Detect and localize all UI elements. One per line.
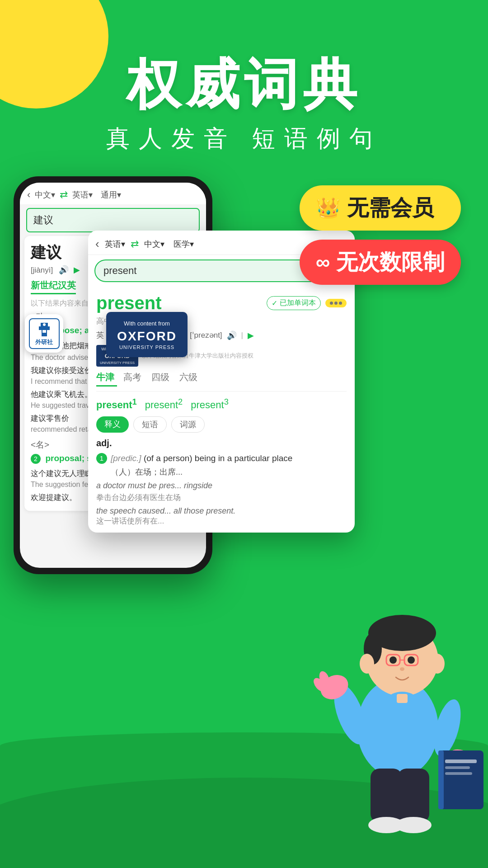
- us-play-icon[interactable]: ▶: [248, 330, 254, 340]
- card2-ex1-en: a doctor must be pres... ringside: [96, 481, 347, 491]
- sub-title: 真人发音 短语例句: [0, 123, 488, 155]
- card2-actions: ✓ 已加单词本: [267, 296, 347, 310]
- svg-rect-4: [44, 330, 46, 333]
- card2-tabs: 牛津 高考 四级 六级: [96, 371, 347, 392]
- card2-word: present: [96, 293, 162, 313]
- variant1[interactable]: present1: [96, 397, 137, 411]
- card2-def-en: (of a person) being in a particular plac…: [144, 453, 293, 463]
- svg-rect-3: [42, 330, 44, 333]
- card2-def-content: [predic.] (of a person) being in a parti…: [111, 452, 292, 477]
- card2-def-num: 1: [96, 453, 107, 464]
- card2-search-text: present: [103, 265, 136, 277]
- card2-ex2-en: the speech caused... all those present.: [96, 506, 347, 516]
- card2-ex1-cn: 拳击台边必须有医生在场: [96, 492, 347, 503]
- card2-more-dots[interactable]: [325, 299, 347, 307]
- no-limit-badge: ∞ 无次数限制: [300, 240, 461, 285]
- crown-icon: 👑: [316, 196, 341, 220]
- phone1-swap-icon[interactable]: ⇄: [60, 189, 68, 201]
- oxford-press-card: With content from OXFORD UNIVERSITY PRES…: [106, 312, 188, 357]
- mascot: [307, 538, 488, 854]
- svg-rect-30: [398, 769, 429, 823]
- oxford-card-line2: OXFORD: [116, 329, 178, 344]
- bookmark-text: 已加单词本: [280, 298, 316, 308]
- card2-subject[interactable]: 医学▾: [174, 239, 194, 250]
- svg-point-15: [400, 667, 404, 671]
- svg-point-10: [389, 656, 397, 664]
- badge1-text: 无需会员: [347, 193, 434, 222]
- phone1-back-icon[interactable]: ‹: [27, 189, 30, 201]
- variant3[interactable]: present3: [191, 397, 229, 411]
- oxford-card-line3: UNIVERSITY PRESS: [116, 344, 178, 350]
- sense-tabs: 释义 短语 词源: [96, 416, 347, 433]
- badge2-text: 无次数限制: [336, 248, 445, 277]
- card2-swap-icon[interactable]: ⇄: [131, 238, 139, 250]
- mascot-svg: [307, 538, 488, 854]
- svg-point-11: [408, 656, 415, 664]
- phone1-def2-num: 2: [31, 454, 41, 464]
- phone1-navbar: ‹ 中文▾ ⇄ 英语▾ 通用▾: [20, 183, 206, 204]
- tab-cet6[interactable]: 六级: [176, 371, 201, 387]
- svg-rect-27: [445, 766, 470, 769]
- phone1-mode[interactable]: 通用▾: [101, 189, 121, 200]
- card2-def-pos: adj.: [96, 438, 347, 448]
- phone1-search-text: 建议: [33, 214, 53, 226]
- svg-rect-29: [371, 769, 402, 823]
- sense-tab-yiyi[interactable]: 释义: [96, 416, 129, 433]
- card2-def-label: [predic.]: [111, 453, 141, 463]
- svg-rect-24: [438, 750, 483, 809]
- tab-oxford[interactable]: 牛津: [96, 371, 117, 387]
- card2-lang2[interactable]: 中文▾: [144, 239, 164, 250]
- tab-cet4[interactable]: 四级: [148, 371, 173, 387]
- card2-ex2-cn: 这一讲话使所有在...: [96, 516, 347, 526]
- checkmark-icon: ✓: [272, 299, 277, 307]
- us-audio-icon[interactable]: 🔊: [227, 330, 237, 340]
- card2-lang1[interactable]: 英语▾: [105, 239, 125, 250]
- no-membership-badge: 👑 无需会员: [300, 185, 461, 231]
- word-variants: present1 present2 present3: [96, 397, 347, 411]
- phone1-source: 新世纪汉英: [31, 279, 76, 294]
- building-icon: [36, 321, 52, 337]
- sense-tab-duanyu[interactable]: 短语: [133, 416, 167, 433]
- dot3: [339, 302, 342, 305]
- card2-bookmark-badge[interactable]: ✓ 已加单词本: [267, 296, 321, 310]
- svg-point-17: [430, 654, 445, 674]
- card2-def-cn: （人）在场；出席...: [111, 467, 292, 477]
- variant2[interactable]: present2: [145, 397, 183, 411]
- phone1-audio-icon[interactable]: 🔊: [59, 265, 69, 274]
- svg-rect-25: [438, 750, 444, 809]
- logo-text: 外研社: [35, 338, 53, 346]
- main-title: 权威词典: [0, 54, 488, 114]
- svg-rect-34: [397, 694, 408, 703]
- logo-border: 外研社: [29, 318, 60, 349]
- svg-rect-28: [445, 772, 472, 775]
- infinity-icon: ∞: [316, 251, 330, 274]
- svg-point-32: [395, 817, 432, 833]
- header-section: 权威词典 真人发音 短语例句: [0, 54, 488, 155]
- oxford-card-line1: With content from: [116, 319, 178, 328]
- dot1: [330, 302, 333, 305]
- phone1-lang2[interactable]: 英语▾: [72, 189, 93, 200]
- card2-def-text: [predic.] (of a person) being in a parti…: [111, 452, 292, 465]
- card2-def-row: 1 [predic.] (of a person) being in a par…: [96, 452, 347, 477]
- phone1-search-bar[interactable]: 建议: [26, 208, 200, 232]
- phone1-lang1[interactable]: 中文▾: [35, 189, 55, 200]
- card2-back-icon[interactable]: ‹: [95, 237, 99, 251]
- tab-gaokao[interactable]: 高考: [120, 371, 145, 387]
- sense-tab-ciyuan[interactable]: 词源: [171, 416, 205, 433]
- svg-point-5: [43, 323, 46, 326]
- waiguyan-logo: 外研社: [25, 314, 63, 353]
- svg-rect-26: [445, 760, 477, 763]
- badges-container: 👑 无需会员 ∞ 无次数限制: [300, 185, 461, 285]
- dot2: [334, 302, 338, 305]
- svg-point-16: [360, 654, 374, 674]
- card2-word-row: present ✓ 已加单词本: [96, 293, 347, 313]
- phone1-play-icon[interactable]: ▶: [74, 265, 80, 274]
